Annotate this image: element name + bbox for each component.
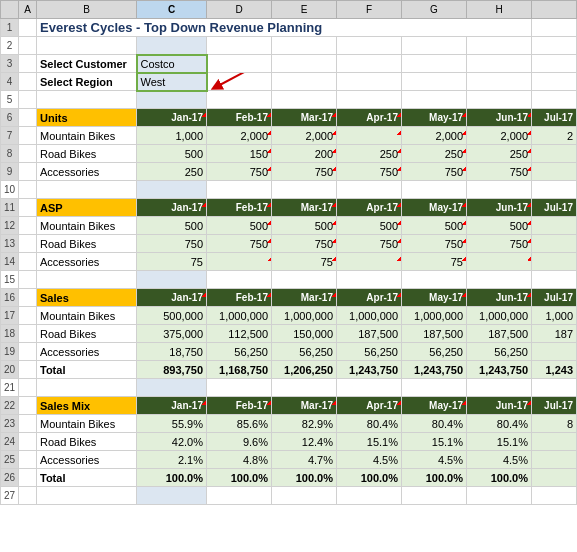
total-sales-may[interactable]: 1,243,750 bbox=[402, 361, 467, 379]
mb-sales-jun[interactable]: 1,000,000 bbox=[467, 307, 532, 325]
col-header-f[interactable]: F bbox=[337, 1, 402, 19]
acc-sales-may[interactable]: 56,250 bbox=[402, 343, 467, 361]
col-header-e[interactable]: E bbox=[272, 1, 337, 19]
col-header-h[interactable]: H bbox=[467, 1, 532, 19]
acc-sales-jul[interactable] bbox=[532, 343, 577, 361]
rb-sales-jul[interactable]: 187 bbox=[532, 325, 577, 343]
mb-units-jul[interactable]: 2 bbox=[532, 127, 577, 145]
rb-mix-apr[interactable]: 15.1% bbox=[337, 433, 402, 451]
mb-units-may[interactable]: 2,000 bbox=[402, 127, 467, 145]
mb-sales-jan[interactable]: 500,000 bbox=[137, 307, 207, 325]
mb-sales-feb[interactable]: 1,000,000 bbox=[207, 307, 272, 325]
acc-sales-jun[interactable]: 56,250 bbox=[467, 343, 532, 361]
mb-units-jan[interactable]: 1,000 bbox=[137, 127, 207, 145]
acc-sales-feb[interactable]: 56,250 bbox=[207, 343, 272, 361]
total-mix-mar[interactable]: 100.0% bbox=[272, 469, 337, 487]
rb-mix-mar[interactable]: 12.4% bbox=[272, 433, 337, 451]
mb-sales-may[interactable]: 1,000,000 bbox=[402, 307, 467, 325]
rb-asp-jun[interactable]: 750 bbox=[467, 235, 532, 253]
total-mix-may[interactable]: 100.0% bbox=[402, 469, 467, 487]
mb-sales-apr[interactable]: 1,000,000 bbox=[337, 307, 402, 325]
acc-asp-may[interactable]: 75 bbox=[402, 253, 467, 271]
total-sales-mar[interactable]: 1,206,250 bbox=[272, 361, 337, 379]
mb-units-mar[interactable]: 2,000 bbox=[272, 127, 337, 145]
total-sales-jul[interactable]: 1,243 bbox=[532, 361, 577, 379]
rb-asp-feb[interactable]: 750 bbox=[207, 235, 272, 253]
acc-mix-mar[interactable]: 4.7% bbox=[272, 451, 337, 469]
acc-asp-jun[interactable] bbox=[467, 253, 532, 271]
rb-sales-mar[interactable]: 150,000 bbox=[272, 325, 337, 343]
acc-asp-apr[interactable] bbox=[337, 253, 402, 271]
rb-sales-feb[interactable]: 112,500 bbox=[207, 325, 272, 343]
mb-asp-jul[interactable] bbox=[532, 217, 577, 235]
acc-asp-mar[interactable]: 75 bbox=[272, 253, 337, 271]
acc-sales-apr[interactable]: 56,250 bbox=[337, 343, 402, 361]
mb-sales-mar[interactable]: 1,000,000 bbox=[272, 307, 337, 325]
total-mix-apr[interactable]: 100.0% bbox=[337, 469, 402, 487]
rb-units-mar[interactable]: 200 bbox=[272, 145, 337, 163]
customer-value[interactable]: Costco bbox=[137, 55, 207, 73]
mb-mix-feb[interactable]: 85.6% bbox=[207, 415, 272, 433]
acc-sales-mar[interactable]: 56,250 bbox=[272, 343, 337, 361]
rb-mix-jul[interactable] bbox=[532, 433, 577, 451]
total-sales-jun[interactable]: 1,243,750 bbox=[467, 361, 532, 379]
acc-mix-jul[interactable] bbox=[532, 451, 577, 469]
total-sales-feb[interactable]: 1,168,750 bbox=[207, 361, 272, 379]
total-mix-jul[interactable] bbox=[532, 469, 577, 487]
acc-sales-jan[interactable]: 18,750 bbox=[137, 343, 207, 361]
rb-units-jan[interactable]: 500 bbox=[137, 145, 207, 163]
rb-units-apr[interactable]: 250 bbox=[337, 145, 402, 163]
acc-units-jan[interactable]: 250 bbox=[137, 163, 207, 181]
acc-units-apr[interactable]: 750 bbox=[337, 163, 402, 181]
acc-units-mar[interactable]: 750 bbox=[272, 163, 337, 181]
mb-mix-apr[interactable]: 80.4% bbox=[337, 415, 402, 433]
acc-mix-jun[interactable]: 4.5% bbox=[467, 451, 532, 469]
mb-mix-may[interactable]: 80.4% bbox=[402, 415, 467, 433]
rb-sales-jun[interactable]: 187,500 bbox=[467, 325, 532, 343]
total-sales-apr[interactable]: 1,243,750 bbox=[337, 361, 402, 379]
acc-mix-apr[interactable]: 4.5% bbox=[337, 451, 402, 469]
mb-asp-jun[interactable]: 500 bbox=[467, 217, 532, 235]
total-mix-feb[interactable]: 100.0% bbox=[207, 469, 272, 487]
rb-units-may[interactable]: 250 bbox=[402, 145, 467, 163]
rb-asp-mar[interactable]: 750 bbox=[272, 235, 337, 253]
rb-sales-apr[interactable]: 187,500 bbox=[337, 325, 402, 343]
acc-units-feb[interactable]: 750 bbox=[207, 163, 272, 181]
mb-asp-may[interactable]: 500 bbox=[402, 217, 467, 235]
rb-mix-may[interactable]: 15.1% bbox=[402, 433, 467, 451]
acc-mix-may[interactable]: 4.5% bbox=[402, 451, 467, 469]
rb-units-jun[interactable]: 250 bbox=[467, 145, 532, 163]
col-header-b[interactable]: B bbox=[37, 1, 137, 19]
rb-mix-jan[interactable]: 42.0% bbox=[137, 433, 207, 451]
col-header-d[interactable]: D bbox=[207, 1, 272, 19]
rb-sales-jan[interactable]: 375,000 bbox=[137, 325, 207, 343]
rb-asp-may[interactable]: 750 bbox=[402, 235, 467, 253]
mb-sales-jul[interactable]: 1,000 bbox=[532, 307, 577, 325]
acc-units-may[interactable]: 750 bbox=[402, 163, 467, 181]
mb-asp-feb[interactable]: 500 bbox=[207, 217, 272, 235]
mb-mix-mar[interactable]: 82.9% bbox=[272, 415, 337, 433]
acc-units-jul[interactable] bbox=[532, 163, 577, 181]
rb-sales-may[interactable]: 187,500 bbox=[402, 325, 467, 343]
region-value[interactable]: West bbox=[137, 73, 207, 91]
acc-mix-jan[interactable]: 2.1% bbox=[137, 451, 207, 469]
mb-units-apr[interactable] bbox=[337, 127, 402, 145]
mb-mix-jun[interactable]: 80.4% bbox=[467, 415, 532, 433]
col-header-a[interactable]: A bbox=[19, 1, 37, 19]
col-header-i[interactable] bbox=[532, 1, 577, 19]
col-header-g[interactable]: G bbox=[402, 1, 467, 19]
acc-asp-feb[interactable] bbox=[207, 253, 272, 271]
rb-mix-jun[interactable]: 15.1% bbox=[467, 433, 532, 451]
total-mix-jun[interactable]: 100.0% bbox=[467, 469, 532, 487]
rb-asp-jul[interactable] bbox=[532, 235, 577, 253]
mb-asp-jan[interactable]: 500 bbox=[137, 217, 207, 235]
mb-units-jun[interactable]: 2,000 bbox=[467, 127, 532, 145]
mb-mix-jul[interactable]: 8 bbox=[532, 415, 577, 433]
acc-asp-jul[interactable] bbox=[532, 253, 577, 271]
total-sales-jan[interactable]: 893,750 bbox=[137, 361, 207, 379]
mb-asp-apr[interactable]: 500 bbox=[337, 217, 402, 235]
total-mix-jan[interactable]: 100.0% bbox=[137, 469, 207, 487]
rb-units-feb[interactable]: 150 bbox=[207, 145, 272, 163]
rb-asp-jan[interactable]: 750 bbox=[137, 235, 207, 253]
acc-units-jun[interactable]: 750 bbox=[467, 163, 532, 181]
